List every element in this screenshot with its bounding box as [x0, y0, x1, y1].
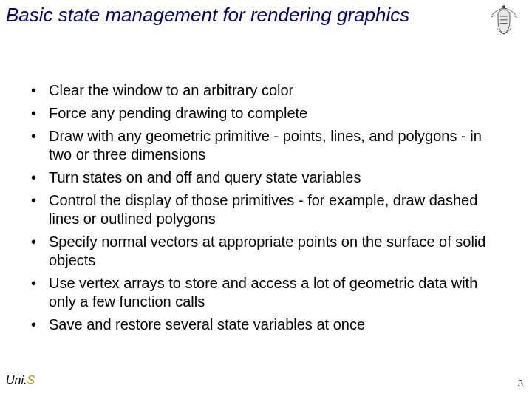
list-item: Control the display of those primitives … — [28, 191, 502, 228]
footer: Uni.S 3 — [6, 374, 523, 389]
svg-point-0 — [502, 6, 505, 8]
bullet-list: Clear the window to an arbitrary color F… — [28, 81, 502, 334]
list-item: Save and restore several state variables… — [28, 316, 502, 334]
list-item: Use vertex arrays to store and access a … — [28, 274, 502, 311]
brand-logo: Uni.S — [6, 374, 35, 386]
list-item: Draw with any geometric primitive - poin… — [28, 127, 502, 164]
list-item: Specify normal vectors at appropriate po… — [28, 233, 502, 270]
university-crest-icon — [486, 4, 522, 40]
page-number: 3 — [518, 378, 523, 389]
slide-title: Basic state management for rendering gra… — [6, 4, 473, 27]
slide: Basic state management for rendering gra… — [0, 0, 532, 399]
slide-body: Clear the window to an arbitrary color F… — [28, 81, 502, 338]
brand-prefix: Uni. — [6, 374, 27, 386]
brand-suffix: S — [27, 374, 35, 386]
list-item: Force any pending drawing to complete — [28, 104, 502, 123]
list-item: Clear the window to an arbitrary color — [28, 81, 502, 100]
list-item: Turn states on and off and query state v… — [28, 168, 502, 187]
